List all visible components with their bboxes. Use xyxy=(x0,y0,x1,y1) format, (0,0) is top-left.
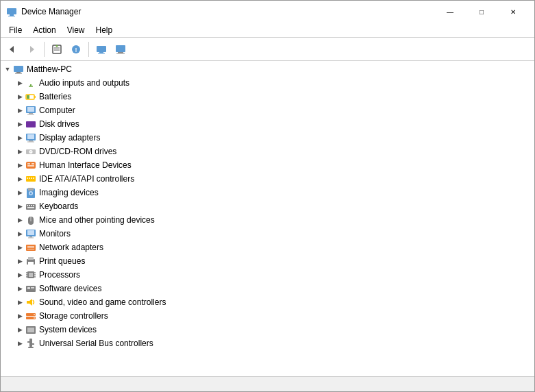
expand-icon-storage[interactable]: ▶ xyxy=(14,310,25,321)
expand-icon-sound[interactable]: ▶ xyxy=(14,297,25,308)
tree-root-node[interactable]: ▼ Matthew-PC xyxy=(1,62,534,76)
tree-item-network[interactable]: ▶ Network adapters xyxy=(1,241,534,254)
tree-item-disk[interactable]: ▶ Disk drives xyxy=(1,117,534,131)
expand-icon-usb[interactable]: ▶ xyxy=(14,338,25,349)
expand-icon-system[interactable]: ▶ xyxy=(14,324,25,335)
svg-rect-49 xyxy=(33,177,34,179)
icon-batteries xyxy=(25,91,36,102)
label-monitors: Monitors xyxy=(39,229,71,238)
close-button[interactable]: ✕ xyxy=(497,1,529,23)
svg-marker-4 xyxy=(30,46,34,53)
expand-icon-ide[interactable]: ▶ xyxy=(14,173,25,184)
expand-icon-batteries[interactable]: ▶ xyxy=(14,91,25,102)
expand-icon-network[interactable]: ▶ xyxy=(14,242,25,253)
svg-rect-42 xyxy=(27,163,30,164)
svg-point-89 xyxy=(34,317,35,319)
icon-display xyxy=(25,132,36,143)
minimize-button[interactable]: — xyxy=(434,1,466,23)
properties-button[interactable] xyxy=(48,40,66,58)
maximize-button[interactable]: □ xyxy=(466,1,497,23)
svg-rect-94 xyxy=(32,343,34,345)
forward-button[interactable] xyxy=(23,40,40,58)
expand-icon-keyboards[interactable]: ▶ xyxy=(14,201,25,212)
label-keyboards: Keyboards xyxy=(39,201,78,211)
icon-keyboards xyxy=(25,201,36,212)
expand-icon-monitors[interactable]: ▶ xyxy=(14,228,25,239)
expand-icon-mice[interactable]: ▶ xyxy=(14,215,25,225)
svg-text:!: ! xyxy=(75,47,77,53)
svg-rect-35 xyxy=(27,134,34,139)
tree-item-usb[interactable]: ▶ Universal Serial Bus controllers xyxy=(1,336,534,350)
expand-icon-computer[interactable]: ▶ xyxy=(14,105,25,116)
expand-icon-disk[interactable]: ▶ xyxy=(14,119,25,130)
svg-rect-14 xyxy=(116,45,125,52)
tree-item-system[interactable]: ▶ System devices xyxy=(1,323,534,336)
svg-rect-91 xyxy=(27,328,34,332)
svg-rect-92 xyxy=(29,339,32,347)
svg-rect-11 xyxy=(97,46,106,52)
icon-disk xyxy=(25,119,36,130)
svg-rect-71 xyxy=(28,257,34,260)
svg-rect-72 xyxy=(28,262,34,265)
menu-file[interactable]: File xyxy=(3,24,27,36)
label-software: Software devices xyxy=(39,284,101,293)
expand-icon-processors[interactable]: ▶ xyxy=(14,269,25,280)
titlebar-controls: — □ ✕ xyxy=(434,1,529,23)
icon-usb xyxy=(25,338,36,349)
tree-item-software[interactable]: ▶ Software devices xyxy=(1,282,534,295)
tree-item-display[interactable]: ▶ Display adapters xyxy=(1,131,534,145)
svg-rect-1 xyxy=(10,14,14,16)
expand-icon-hid[interactable]: ▶ xyxy=(14,160,25,171)
computer-icon-button[interactable] xyxy=(112,40,129,58)
expand-icon-audio[interactable]: ▶ xyxy=(14,77,25,88)
tree-item-sound[interactable]: ▶ Sound, video and game controllers xyxy=(1,295,534,309)
svg-rect-83 xyxy=(31,287,34,288)
update-driver-button[interactable]: ! xyxy=(67,40,85,58)
svg-rect-25 xyxy=(34,96,36,98)
tree-item-batteries[interactable]: ▶ Batteries xyxy=(1,90,534,103)
tree-item-audio[interactable]: ▶ Audio inputs and outputs xyxy=(1,76,534,90)
svg-point-8 xyxy=(56,45,58,47)
expand-icon-software[interactable]: ▶ xyxy=(14,283,25,294)
label-network: Network adapters xyxy=(39,243,103,252)
icon-hid xyxy=(25,160,36,171)
icon-audio xyxy=(25,77,36,88)
expand-icon-dvd[interactable]: ▶ xyxy=(14,146,25,157)
forward-icon xyxy=(26,44,37,55)
svg-rect-64 xyxy=(29,236,32,238)
label-storage: Storage controllers xyxy=(39,311,108,321)
tree-item-processors[interactable]: ▶ Processors xyxy=(1,268,534,282)
root-label: Matthew-PC xyxy=(27,64,72,74)
computer-icon xyxy=(115,44,126,55)
tree-item-hid[interactable]: ▶ Human Interface Devices xyxy=(1,158,534,172)
tree-item-keyboards[interactable]: ▶ Keyboards xyxy=(1,199,534,213)
tree-item-storage[interactable]: ▶ Storage controllers xyxy=(1,309,534,323)
titlebar-app-icon xyxy=(6,6,17,17)
expand-icon-display[interactable]: ▶ xyxy=(14,132,25,143)
back-button[interactable] xyxy=(3,40,21,58)
menu-action[interactable]: Action xyxy=(27,24,61,36)
menu-help[interactable]: Help xyxy=(90,24,119,36)
svg-rect-68 xyxy=(27,247,34,248)
tree-item-imaging[interactable]: ▶ Imaging devices xyxy=(1,186,534,199)
tree-item-ide[interactable]: ▶ IDE ATA/ATAPI controllers xyxy=(1,172,534,186)
svg-rect-31 xyxy=(26,121,36,127)
expand-icon-print[interactable]: ▶ xyxy=(14,256,25,267)
svg-marker-85 xyxy=(27,299,32,306)
svg-rect-2 xyxy=(8,16,15,16)
tree-item-dvd[interactable]: ▶ DVD/CD-ROM drives xyxy=(1,145,534,158)
svg-point-53 xyxy=(30,193,32,195)
expand-icon-imaging[interactable]: ▶ xyxy=(14,187,25,198)
svg-rect-67 xyxy=(27,246,34,247)
tree-item-monitors[interactable]: ▶ Monitors xyxy=(1,227,534,241)
svg-rect-69 xyxy=(27,249,34,249)
tree-item-print[interactable]: ▶ Print queues xyxy=(1,254,534,268)
root-expand-icon[interactable]: ▼ xyxy=(2,64,13,75)
label-ide: IDE ATA/ATAPI controllers xyxy=(39,174,134,184)
label-usb: Universal Serial Bus controllers xyxy=(39,339,153,348)
tree-item-computer[interactable]: ▶ Computer xyxy=(1,103,534,117)
tree-item-mice[interactable]: ▶ Mice and other pointing devices xyxy=(1,213,534,227)
icon-processors xyxy=(25,269,36,280)
menu-view[interactable]: View xyxy=(62,24,90,36)
device-manager-view-button[interactable] xyxy=(92,40,110,58)
